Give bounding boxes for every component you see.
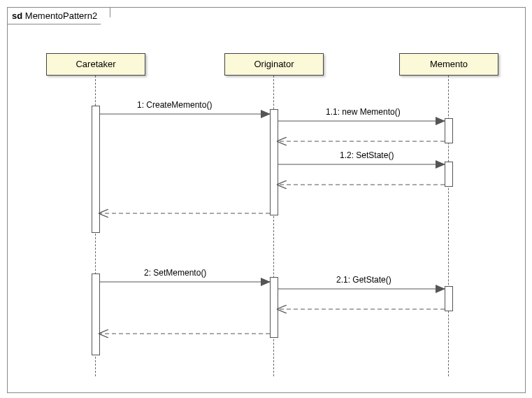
participant-label: Memento [430,59,468,69]
sequence-diagram-frame: sd MementoPattern2 Caretaker Originator … [7,7,526,393]
message-arrow [99,279,270,285]
message-arrow [278,118,445,124]
activation-caretaker-2 [92,273,100,355]
activation-memento-1 [445,118,453,143]
frame-name: MementoPattern2 [25,10,97,21]
lifeline-head-memento: Memento [399,53,498,76]
frame-label: sd MementoPattern2 [8,8,110,24]
lifeline-head-caretaker: Caretaker [46,53,145,76]
message-arrow [278,286,445,292]
participant-label: Caretaker [76,59,115,69]
return-arrow [278,138,445,144]
return-arrow [278,306,445,312]
message-arrow [99,111,270,117]
message-label: 2.1: GetState() [336,275,391,285]
return-arrow [99,331,270,336]
participant-label: Originator [254,59,294,69]
message-arrow [278,162,445,167]
activation-memento-2 [445,162,453,187]
return-arrow [278,182,445,187]
lifeline-head-originator: Originator [224,53,324,76]
message-label: 2: SetMemento() [144,268,206,278]
message-label: 1: CreateMemento() [137,100,212,110]
frame-prefix: sd [12,10,22,21]
return-arrow [99,211,270,216]
message-label: 1.2: SetState() [340,150,394,160]
message-label: 1.1: new Memento() [326,107,401,117]
activation-memento-3 [445,286,453,311]
